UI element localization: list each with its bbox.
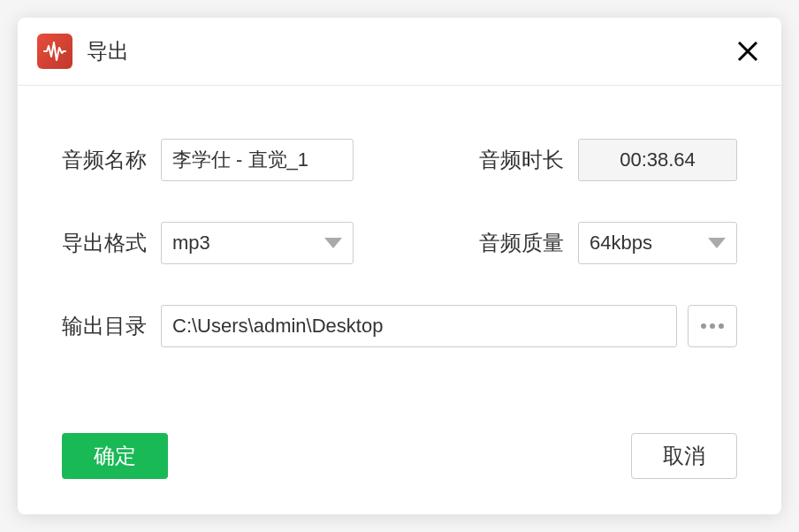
duration-value: 00:38.64: [578, 139, 737, 181]
format-value: mp3: [172, 232, 210, 255]
export-dialog: 导出 音频名称 音频时长 00:38.64 导出格式 mp3 音频质量: [18, 18, 781, 514]
svg-marker-2: [324, 238, 342, 248]
ellipsis-icon: [710, 323, 715, 329]
browse-button[interactable]: [688, 305, 737, 347]
app-icon: [37, 34, 72, 69]
format-label: 导出格式: [62, 229, 147, 257]
chevron-down-icon: [708, 238, 726, 248]
cancel-button[interactable]: 取消: [631, 433, 737, 479]
dialog-content: 音频名称 音频时长 00:38.64 导出格式 mp3 音频质量 64kbps: [18, 86, 781, 433]
row-output-dir: 输出目录 C:\Users\admin\Desktop: [62, 305, 737, 347]
audio-name-label: 音频名称: [62, 146, 147, 174]
quality-value: 64kbps: [590, 232, 652, 255]
quality-select[interactable]: 64kbps: [578, 222, 737, 264]
titlebar: 导出: [18, 18, 781, 86]
ellipsis-icon: [719, 323, 724, 329]
svg-marker-3: [708, 238, 726, 248]
row-name-duration: 音频名称 音频时长 00:38.64: [62, 139, 737, 181]
row-format-quality: 导出格式 mp3 音频质量 64kbps: [62, 222, 737, 264]
close-button[interactable]: [734, 37, 762, 65]
quality-label: 音频质量: [479, 229, 564, 257]
dialog-footer: 确定 取消: [18, 433, 781, 514]
ok-button[interactable]: 确定: [62, 433, 168, 479]
duration-label: 音频时长: [479, 146, 564, 174]
close-icon: [736, 40, 759, 63]
audio-name-input[interactable]: [161, 139, 354, 181]
waveform-icon: [43, 40, 66, 63]
output-dir-label: 输出目录: [62, 312, 147, 340]
chevron-down-icon: [324, 238, 342, 248]
ellipsis-icon: [701, 323, 706, 329]
format-select[interactable]: mp3: [161, 222, 354, 264]
output-dir-input[interactable]: C:\Users\admin\Desktop: [161, 305, 677, 347]
dialog-title: 导出: [87, 37, 129, 65]
output-dir-value: C:\Users\admin\Desktop: [172, 315, 383, 338]
